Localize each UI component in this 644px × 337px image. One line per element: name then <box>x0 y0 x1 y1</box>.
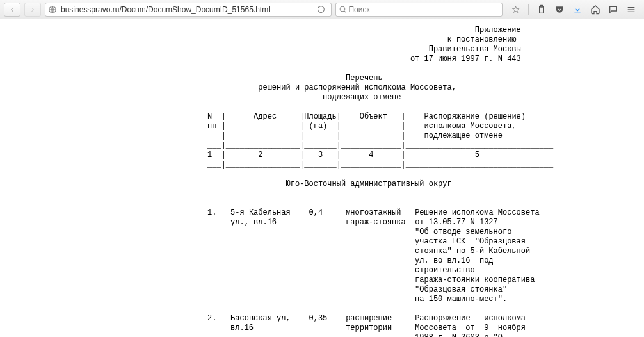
r1-d7: строительство <box>415 266 475 275</box>
r1-d2: от 13.05.77 N 1327 <box>415 218 498 227</box>
r2-addr2: вл.16 <box>230 324 254 333</box>
r2-d2: Моссовета от 9 ноября <box>415 324 526 333</box>
separator <box>528 4 529 15</box>
col3b: (га) <box>309 122 328 131</box>
r2-num: 2. <box>207 314 216 323</box>
r1-area: 0,4 <box>309 208 323 217</box>
num5: 5 <box>475 151 479 160</box>
svg-point-1 <box>341 6 346 12</box>
r2-obj1: расширение <box>346 314 392 323</box>
r2-addr1: Басовская ул, <box>230 314 291 323</box>
svg-line-2 <box>344 11 346 12</box>
r1-d1: Решение исполкома Моссовета <box>415 208 539 217</box>
forward-button[interactable] <box>24 3 41 17</box>
title-l3: подлежащих отмене <box>323 93 401 102</box>
hdr-l1: Приложение <box>475 26 521 35</box>
address-bar[interactable] <box>45 3 332 17</box>
r1-d6: ул. во вл.16 под <box>415 256 493 265</box>
globe-icon <box>48 5 57 14</box>
reload-icon <box>317 5 325 13</box>
r1-addr2: ул., вл.16 <box>230 218 277 227</box>
clipboard-icon[interactable] <box>536 4 547 15</box>
hdr-l4: от 17 июня 1997 г. N 443 <box>410 54 521 63</box>
col1b: пп <box>207 122 216 131</box>
hdr-l3: Правительства Москвы <box>429 45 521 54</box>
r1-d8: гаража-стоянки кооператива <box>415 275 535 284</box>
r1-addr1: 5-я Кабельная <box>230 208 291 217</box>
col5b: исполкома Моссовета, <box>424 122 517 131</box>
r1-obj2: гараж-стоянка <box>346 218 406 227</box>
r1-d3: "Об отводе земельного <box>415 227 511 236</box>
url-input[interactable] <box>60 4 313 15</box>
r2-d1: Распоряжение исполкома <box>415 314 526 323</box>
back-button[interactable] <box>4 3 20 17</box>
home-icon[interactable] <box>590 4 600 15</box>
col1: N <box>207 112 212 121</box>
col3: Площадь <box>304 112 336 121</box>
hdr-l2: к постановлению <box>447 35 517 44</box>
page-content: Приложение к постановлению <box>0 19 644 337</box>
search-bar[interactable] <box>335 3 503 17</box>
pocket-icon[interactable] <box>554 4 565 15</box>
r1-d9: "Образцовая стоянка" <box>415 285 507 294</box>
r1-d5: стоянка" по 5-й Кабельной <box>415 247 530 256</box>
star-icon[interactable]: ☆ <box>510 4 520 15</box>
download-icon[interactable] <box>572 4 583 15</box>
arrow-left-icon <box>8 6 16 13</box>
browser-toolbar: ☆ <box>0 0 644 19</box>
title-l1: Перечень <box>346 74 383 83</box>
col5a: Распоряжение (решение) <box>424 112 526 121</box>
num2: 2 <box>258 151 262 160</box>
col5c: подлежащее отмене <box>424 131 503 140</box>
toolbar-icons: ☆ <box>506 4 640 15</box>
num4: 4 <box>369 151 373 160</box>
section-title: Юго-Восточный административный округ <box>286 179 451 188</box>
r1-d10: на 150 машино-мест". <box>415 295 507 304</box>
num1: 1 <box>207 151 212 160</box>
chat-icon[interactable] <box>608 4 618 15</box>
r2-area: 0,35 <box>309 314 328 323</box>
r1-num: 1. <box>207 208 216 217</box>
document-body: Приложение к постановлению <box>0 19 644 337</box>
col4: Объект <box>360 112 387 121</box>
arrow-right-icon <box>29 6 36 13</box>
r2-d3: 1988 г. N 2603-р "О <box>415 333 503 337</box>
search-input[interactable] <box>347 4 499 15</box>
r1-d4: участка ГСК "Образцовая <box>415 237 526 246</box>
r2-obj2: территории <box>346 324 392 333</box>
r1-obj1: многоэтажный <box>346 208 401 217</box>
menu-icon[interactable] <box>626 4 636 15</box>
search-icon <box>339 5 347 13</box>
reload-button[interactable] <box>313 5 328 13</box>
col2: Адрес <box>254 112 277 121</box>
title-l2: решений и распоряжений исполкома Моссове… <box>258 83 456 92</box>
num3: 3 <box>318 151 323 160</box>
